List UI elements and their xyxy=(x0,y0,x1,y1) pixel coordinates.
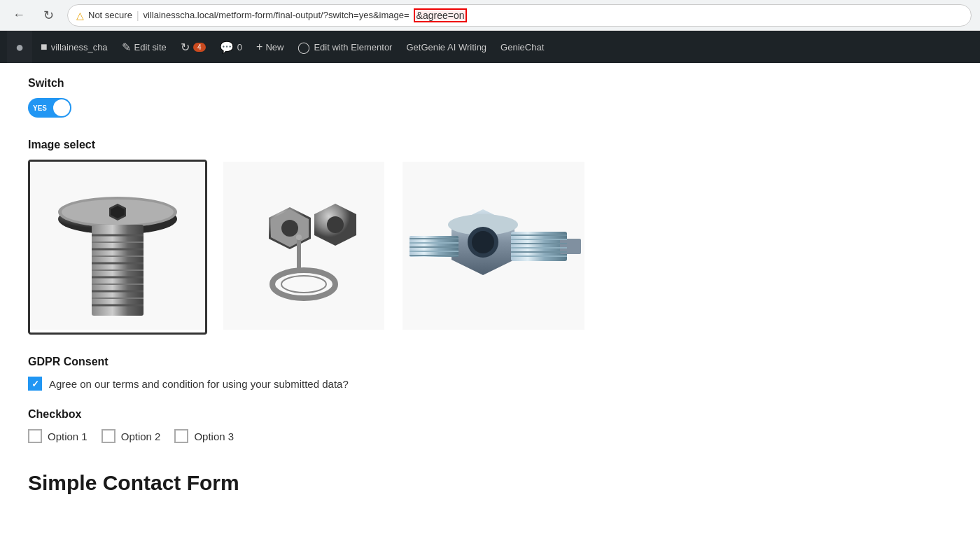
genie-chat-label: GenieChat xyxy=(500,42,544,52)
gdpr-checkbox-text: Agree on our terms and condition for usi… xyxy=(49,378,349,390)
edit-site-icon: ✎ xyxy=(122,41,131,54)
updates-badge: 4 xyxy=(193,43,206,52)
contact-form-title: Simple Contact Form xyxy=(28,471,952,495)
refresh-button[interactable]: ↻ xyxy=(38,5,59,26)
image-select-section: Image select xyxy=(28,139,952,335)
gdpr-checkbox-row: ✓ Agree on our terms and condition for u… xyxy=(28,377,952,391)
image-options xyxy=(28,160,952,335)
option2-label: Option 2 xyxy=(121,430,161,442)
option1-label: Option 1 xyxy=(48,430,88,442)
svg-point-46 xyxy=(472,231,494,253)
image-option-1[interactable] xyxy=(28,160,207,335)
wp-site-item[interactable]: ■ villainess_cha xyxy=(35,31,113,63)
gdpr-label: GDPR Consent xyxy=(28,356,952,368)
checkmark-icon: ✓ xyxy=(31,379,39,389)
genie-chat-item[interactable]: GenieChat xyxy=(495,31,550,63)
checkbox-box-1[interactable] xyxy=(28,429,42,443)
new-plus-icon: + xyxy=(256,41,262,53)
gdpr-checkbox[interactable]: ✓ xyxy=(28,377,42,391)
image-option-2[interactable] xyxy=(221,160,386,335)
comments-count: 0 xyxy=(237,42,242,52)
new-label: New xyxy=(265,42,284,52)
svg-point-23 xyxy=(327,216,344,233)
option3-label: Option 3 xyxy=(194,430,234,442)
checkbox-option-3[interactable]: Option 3 xyxy=(174,429,234,443)
svg-point-25 xyxy=(296,234,302,240)
toggle-switch[interactable]: YES xyxy=(28,98,71,118)
wp-admin-bar: ● ■ villainess_cha ✎ Edit site ↻ 4 💬 0 +… xyxy=(0,31,980,63)
image-select-label: Image select xyxy=(28,139,952,151)
svg-rect-18 xyxy=(223,162,384,330)
url-separator: | xyxy=(136,10,139,21)
new-item[interactable]: + New xyxy=(251,31,289,63)
get-genie-item[interactable]: GetGenie AI Writing xyxy=(400,31,492,63)
checkbox-options: Option 1 Option 2 Option 3 xyxy=(28,429,952,443)
url-bar[interactable]: △ Not secure | villainesscha.local/metfo… xyxy=(67,4,972,27)
edit-site-label: Edit site xyxy=(134,42,167,52)
back-button[interactable]: ← xyxy=(8,5,29,26)
get-genie-label: GetGenie AI Writing xyxy=(406,42,486,52)
checkbox-option-2[interactable]: Option 2 xyxy=(102,429,161,443)
svg-rect-24 xyxy=(297,235,301,270)
comments-item[interactable]: 💬 0 xyxy=(214,31,248,63)
toggle-knob xyxy=(53,99,70,116)
url-base-text: villainesscha.local/metform-form/final-o… xyxy=(144,10,410,20)
wp-logo[interactable]: ● xyxy=(7,31,32,63)
edit-elementor-item[interactable]: ◯ Edit with Elementor xyxy=(292,31,398,63)
svg-point-27 xyxy=(281,276,326,293)
checkbox-box-2[interactable] xyxy=(102,429,115,443)
checkbox-label: Checkbox xyxy=(28,408,952,421)
updates-item[interactable]: ↻ 4 xyxy=(175,31,211,63)
checkbox-section: Checkbox Option 1 Option 2 Option 3 xyxy=(28,408,952,443)
checkbox-option-1[interactable]: Option 1 xyxy=(28,429,88,443)
edit-site-item[interactable]: ✎ Edit site xyxy=(116,31,172,63)
not-secure-label: Not secure xyxy=(88,10,132,20)
url-highlight-text: &agree=on xyxy=(414,8,468,22)
security-warning-icon: △ xyxy=(76,10,84,21)
checkbox-box-3[interactable] xyxy=(174,429,188,443)
switch-label: Switch xyxy=(28,77,952,90)
site-icon: ■ xyxy=(41,41,48,53)
toggle-yes-label: YES xyxy=(33,104,47,112)
updates-icon: ↻ xyxy=(181,41,190,54)
gdpr-section: GDPR Consent ✓ Agree on our terms and co… xyxy=(28,356,952,391)
elementor-icon: ◯ xyxy=(298,41,310,54)
edit-elementor-label: Edit with Elementor xyxy=(314,42,392,52)
image-option-3[interactable] xyxy=(400,160,587,335)
main-content: Switch YES Image select xyxy=(0,63,980,509)
svg-point-21 xyxy=(281,220,298,237)
switch-container: YES xyxy=(28,98,952,118)
comments-icon: 💬 xyxy=(220,41,234,54)
site-name-label: villainess_cha xyxy=(51,42,108,52)
address-bar: ← ↻ △ Not secure | villainesscha.local/m… xyxy=(0,0,980,31)
